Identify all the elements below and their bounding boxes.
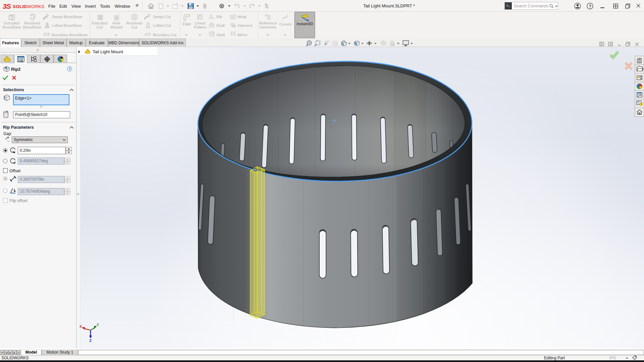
svg-text:3S: 3S — [3, 2, 11, 10]
svg-text:?: ? — [589, 4, 592, 9]
svg-text:SOLIDWORKS: SOLIDWORKS — [13, 4, 44, 9]
svg-text:Tail Light Mount: Tail Light Mount — [93, 49, 123, 54]
svg-text:Z: Z — [90, 339, 92, 343]
svg-text:Y: Y — [97, 323, 99, 327]
svg-text:X: X — [79, 324, 82, 328]
